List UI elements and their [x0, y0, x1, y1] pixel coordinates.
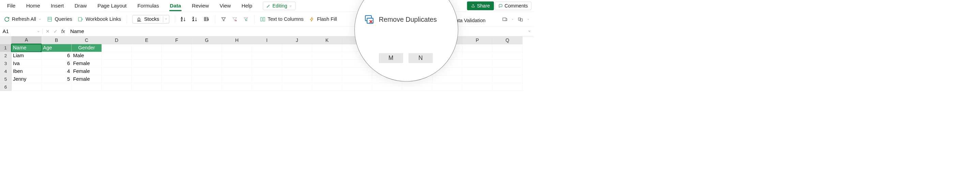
cell[interactable] — [462, 75, 492, 83]
column-header[interactable]: Q — [492, 37, 522, 44]
cell[interactable] — [342, 67, 372, 75]
remove-duplicates-button[interactable]: Remove Duplicates — [364, 14, 437, 24]
reapply-filter-button[interactable] — [243, 16, 248, 22]
cell[interactable] — [462, 83, 492, 91]
cell[interactable] — [252, 60, 282, 67]
cell[interactable] — [342, 83, 372, 91]
cell-b5[interactable]: 5 — [41, 75, 72, 83]
tab-formulas[interactable]: Formulas — [132, 1, 164, 11]
cell[interactable] — [192, 52, 222, 60]
cell[interactable] — [222, 67, 252, 75]
row-header[interactable]: 4 — [0, 67, 11, 75]
cell-a3[interactable]: Iva — [11, 60, 41, 67]
cell[interactable] — [102, 52, 132, 60]
cell[interactable] — [102, 44, 132, 52]
row-header[interactable]: 1 — [0, 44, 11, 52]
tab-help[interactable]: Help — [237, 1, 257, 11]
chevron-down-icon[interactable] — [527, 18, 530, 21]
tab-page-layout[interactable]: Page Layout — [93, 1, 132, 11]
cell-c5[interactable]: Female — [72, 75, 102, 83]
cell[interactable] — [102, 75, 132, 83]
cell[interactable] — [492, 60, 522, 67]
cell[interactable] — [192, 44, 222, 52]
refresh-all-button[interactable]: Refresh All — [4, 16, 41, 22]
ungroup-button[interactable] — [518, 16, 523, 22]
cell[interactable] — [192, 60, 222, 67]
cell-c3[interactable]: Female — [72, 60, 102, 67]
cell[interactable] — [132, 52, 162, 60]
cell[interactable] — [132, 83, 162, 91]
row-header[interactable]: 2 — [0, 52, 11, 60]
cell[interactable] — [252, 83, 282, 91]
column-header[interactable]: E — [132, 37, 162, 44]
cell[interactable] — [162, 52, 192, 60]
cell[interactable] — [132, 67, 162, 75]
cell[interactable] — [102, 83, 132, 91]
chevron-down-icon[interactable] — [511, 18, 514, 21]
cell[interactable] — [252, 75, 282, 83]
tab-home[interactable]: Home — [21, 1, 45, 11]
cell[interactable] — [342, 75, 372, 83]
cell-b2[interactable]: 6 — [41, 52, 72, 60]
cell[interactable] — [11, 83, 41, 91]
cell[interactable] — [462, 44, 492, 52]
column-header[interactable]: H — [222, 37, 252, 44]
queries-button[interactable]: Queries — [47, 16, 72, 22]
cell-b1[interactable]: Age — [41, 44, 72, 52]
select-all-corner[interactable] — [0, 37, 11, 44]
cell[interactable] — [312, 75, 342, 83]
tab-file[interactable]: File — [2, 1, 21, 11]
tab-insert[interactable]: Insert — [46, 1, 68, 11]
custom-sort-button[interactable] — [204, 16, 209, 22]
comments-button[interactable]: Comments — [495, 2, 531, 10]
cell[interactable] — [312, 83, 342, 91]
row-header[interactable]: 5 — [0, 75, 11, 83]
cell[interactable] — [312, 52, 342, 60]
cell[interactable] — [402, 83, 432, 91]
cell[interactable] — [222, 83, 252, 91]
cell[interactable] — [162, 44, 192, 52]
tab-view[interactable]: View — [215, 1, 235, 11]
stocks-button[interactable]: Stocks — [132, 15, 169, 24]
tab-data[interactable]: Data — [165, 1, 186, 11]
cell[interactable] — [222, 75, 252, 83]
column-header[interactable]: D — [102, 37, 132, 44]
cell[interactable] — [252, 52, 282, 60]
row-header[interactable]: 3 — [0, 60, 11, 67]
sort-descending-button[interactable]: ZA — [192, 16, 197, 22]
cell[interactable] — [102, 67, 132, 75]
cell[interactable] — [312, 67, 342, 75]
cell[interactable] — [132, 60, 162, 67]
cell[interactable] — [492, 44, 522, 52]
name-box[interactable]: A1 — [0, 29, 43, 34]
filter-button[interactable] — [221, 16, 226, 22]
cell-a5[interactable]: Jenny — [11, 75, 41, 83]
cell[interactable] — [462, 60, 492, 67]
column-header[interactable]: G — [192, 37, 222, 44]
cell[interactable] — [282, 52, 312, 60]
cell[interactable] — [282, 44, 312, 52]
cell-c4[interactable]: Female — [72, 67, 102, 75]
column-header[interactable]: J — [282, 37, 312, 44]
cell[interactable] — [462, 52, 492, 60]
cell[interactable] — [132, 44, 162, 52]
cell[interactable] — [162, 67, 192, 75]
column-header-m-zoomed[interactable]: M — [379, 53, 403, 63]
cell[interactable] — [192, 75, 222, 83]
cell-b3[interactable]: 6 — [41, 60, 72, 67]
column-header-n-zoomed[interactable]: N — [409, 53, 433, 63]
text-to-columns-button[interactable]: Text to Columns — [260, 16, 304, 22]
cell[interactable] — [372, 83, 402, 91]
column-header[interactable]: P — [462, 37, 492, 44]
cell[interactable] — [282, 67, 312, 75]
group-button[interactable] — [502, 16, 508, 22]
cell[interactable] — [41, 83, 72, 91]
cell[interactable] — [162, 83, 192, 91]
cell[interactable] — [192, 83, 222, 91]
tab-review[interactable]: Review — [187, 1, 214, 11]
share-button[interactable]: Share — [467, 2, 494, 10]
clear-filter-button[interactable] — [232, 16, 237, 22]
workbook-links-button[interactable]: Workbook Links — [78, 16, 121, 22]
cell-a2[interactable]: Liam — [11, 52, 41, 60]
cell[interactable] — [102, 60, 132, 67]
